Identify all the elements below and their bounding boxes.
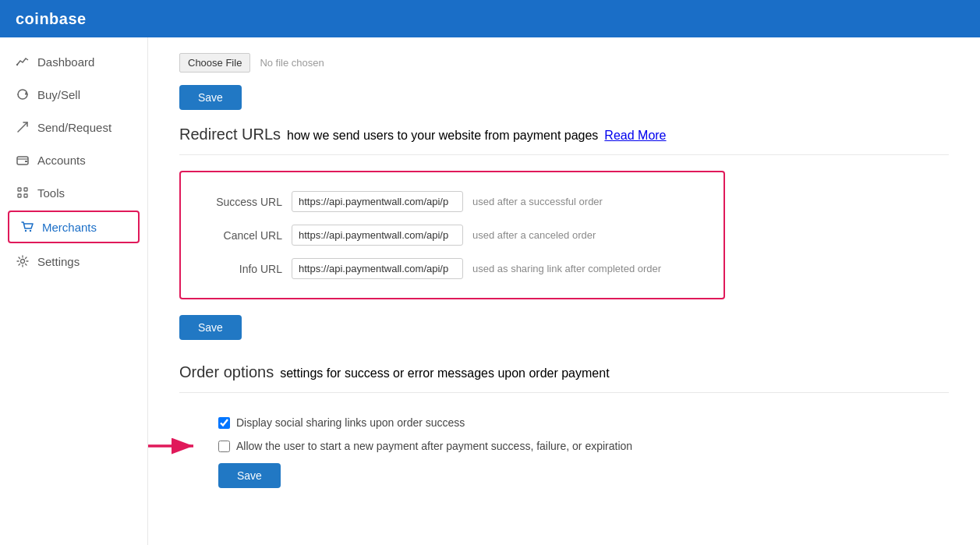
sidebar: Dashboard Buy/Sell Send/Request	[0, 37, 148, 545]
sidebar-item-settings-label: Settings	[37, 255, 80, 268]
new-payment-checkbox[interactable]	[218, 441, 230, 452]
social-sharing-label: Display social sharing links upon order …	[236, 416, 465, 429]
send-icon	[16, 120, 30, 134]
new-payment-row: Allow the user to start a new payment af…	[218, 440, 632, 452]
redirect-urls-box: Success URL used after a successful orde…	[179, 171, 725, 299]
file-save-button[interactable]: Save	[179, 85, 242, 110]
info-url-input[interactable]	[292, 258, 463, 279]
redirect-urls-desc: how we send users to your website from p…	[287, 129, 598, 143]
redirect-urls-title: Redirect URLs	[179, 126, 281, 143]
svg-rect-3	[18, 188, 21, 191]
order-options-title: Order options	[179, 363, 274, 381]
logo: coinbase	[16, 10, 87, 28]
cart-icon	[20, 220, 34, 234]
gear-icon	[16, 254, 30, 268]
sidebar-item-settings[interactable]: Settings	[0, 245, 147, 278]
info-url-label: Info URL	[204, 263, 282, 275]
svg-rect-2	[25, 161, 27, 162]
info-url-hint: used as sharing link after completed ord…	[472, 263, 661, 274]
svg-rect-5	[18, 194, 21, 197]
order-options-save-button[interactable]: Save	[218, 463, 281, 488]
info-url-row: Info URL used as sharing link after comp…	[204, 258, 700, 279]
refresh-icon	[16, 87, 30, 101]
redirect-urls-section: Redirect URLs how we send users to your …	[179, 126, 949, 340]
success-url-row: Success URL used after a successful orde…	[204, 191, 700, 212]
wallet-icon	[16, 153, 30, 167]
social-sharing-row: Display social sharing links upon order …	[218, 416, 949, 429]
svg-rect-4	[24, 188, 27, 191]
svg-point-7	[25, 230, 27, 232]
cancel-url-label: Cancel URL	[204, 229, 282, 242]
new-payment-label: Allow the user to start a new payment af…	[236, 440, 632, 452]
success-url-input[interactable]	[292, 191, 463, 212]
redirect-urls-read-more[interactable]: Read More	[604, 129, 666, 143]
svg-rect-6	[24, 194, 27, 197]
svg-point-8	[30, 230, 31, 232]
sidebar-item-dashboard-label: Dashboard	[37, 55, 94, 69]
success-url-hint: used after a successful order	[472, 196, 603, 207]
order-options-section: Order options settings for success or er…	[179, 363, 949, 488]
sidebar-item-buy-sell-label: Buy/Sell	[37, 88, 80, 101]
order-options-desc: settings for success or error messages u…	[280, 366, 609, 380]
chart-icon	[16, 55, 30, 69]
tools-icon	[16, 186, 30, 200]
sidebar-item-merchants-label: Merchants	[42, 221, 97, 234]
redirect-urls-divider	[179, 154, 949, 155]
success-url-label: Success URL	[204, 196, 282, 208]
social-sharing-checkbox[interactable]	[218, 417, 230, 429]
sidebar-item-accounts-label: Accounts	[37, 154, 86, 167]
sidebar-item-send-request-label: Send/Request	[37, 121, 111, 134]
sidebar-item-buy-sell[interactable]: Buy/Sell	[0, 78, 147, 111]
cancel-url-input[interactable]	[292, 225, 463, 246]
sidebar-item-tools[interactable]: Tools	[0, 176, 147, 209]
cancel-url-hint: used after a canceled order	[472, 229, 596, 241]
no-file-text: No file chosen	[260, 57, 324, 69]
sidebar-item-tools-label: Tools	[37, 186, 65, 200]
sidebar-item-accounts[interactable]: Accounts	[0, 143, 147, 176]
svg-point-9	[21, 260, 25, 264]
cancel-url-row: Cancel URL used after a canceled order	[204, 225, 700, 246]
sidebar-item-merchants[interactable]: Merchants	[8, 211, 140, 243]
file-section: Choose File No file chosen	[179, 37, 949, 85]
main-content: Choose File No file chosen Save Redirect…	[148, 37, 980, 545]
sidebar-item-send-request[interactable]: Send/Request	[0, 111, 147, 143]
order-options-divider	[179, 392, 949, 393]
top-header: coinbase	[0, 0, 980, 37]
redirect-save-button[interactable]: Save	[179, 315, 242, 340]
sidebar-item-dashboard[interactable]: Dashboard	[0, 45, 147, 78]
choose-file-button[interactable]: Choose File	[179, 53, 250, 73]
red-arrow	[148, 435, 203, 457]
